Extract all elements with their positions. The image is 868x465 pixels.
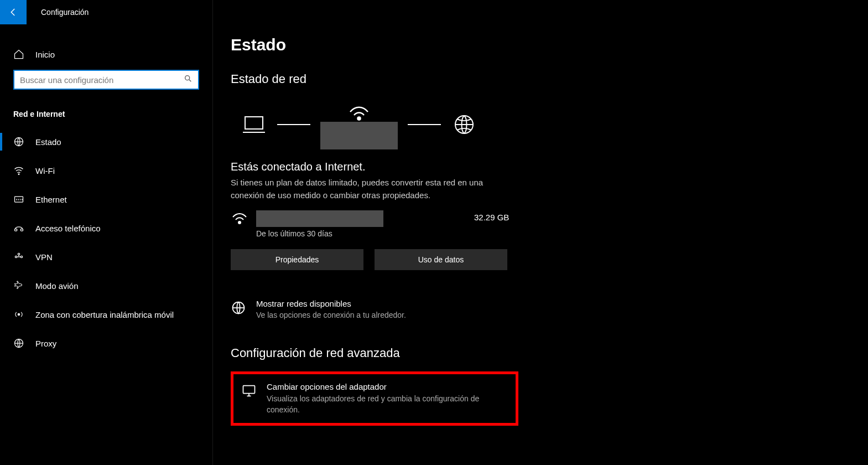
laptop-icon	[241, 113, 267, 136]
usage-amount: 32.29 GB	[474, 213, 509, 222]
airplane-icon	[13, 280, 24, 291]
svg-point-12	[358, 117, 361, 120]
vpn-icon	[13, 251, 24, 262]
show-networks-desc: Ve las opciones de conexión a tu alreded…	[256, 311, 406, 319]
svg-rect-5	[20, 229, 23, 231]
sidebar-item-hotspot[interactable]: Zona con cobertura inalámbrica móvil	[0, 300, 212, 329]
sidebar: Configuración Inicio Red e Internet Esta…	[0, 0, 213, 465]
connected-description: Si tienes un plan de datos limitado, pue…	[231, 177, 513, 202]
highlight-callout: Cambiar opciones del adaptador Visualiza…	[231, 371, 518, 426]
svg-rect-4	[15, 229, 17, 231]
svg-point-8	[18, 253, 19, 255]
network-name-redacted	[256, 210, 383, 227]
svg-point-2	[18, 174, 19, 175]
diagram-line	[408, 124, 441, 125]
sidebar-item-vpn[interactable]: VPN	[0, 242, 212, 271]
svg-point-6	[15, 256, 17, 257]
adapter-options-link[interactable]: Cambiar opciones del adaptador Visualiza…	[241, 382, 508, 415]
nav-label: Proxy	[35, 339, 56, 348]
svg-point-9	[18, 313, 19, 315]
network-name-redacted	[320, 122, 398, 149]
search-box[interactable]	[13, 70, 199, 90]
section-network-status: Estado de red	[231, 72, 868, 86]
sidebar-item-dialup[interactable]: Acceso telefónico	[0, 214, 212, 242]
network-diagram	[241, 100, 868, 149]
home-label: Inicio	[35, 50, 55, 59]
wifi-icon	[13, 165, 24, 176]
nav-list: Estado Wi-Fi Ethernet Acceso telefónico …	[0, 127, 212, 358]
globe-grid-icon	[13, 136, 24, 147]
ethernet-icon	[13, 194, 24, 205]
data-usage-button[interactable]: Uso de datos	[375, 249, 507, 270]
home-icon	[13, 49, 24, 60]
connected-title: Estás conectado a Internet.	[231, 161, 868, 173]
nav-label: Wi-Fi	[35, 166, 55, 175]
svg-point-14	[238, 221, 241, 224]
diagram-line	[277, 124, 310, 125]
globe-grid-icon	[13, 338, 24, 349]
sidebar-item-estado[interactable]: Estado	[0, 127, 212, 156]
properties-button[interactable]: Propiedades	[231, 249, 363, 270]
nav-label: Estado	[35, 137, 61, 147]
svg-point-0	[185, 76, 190, 80]
sidebar-home[interactable]: Inicio	[0, 39, 212, 70]
sidebar-item-proxy[interactable]: Proxy	[0, 329, 212, 358]
section-advanced: Configuración de red avanzada	[231, 346, 868, 360]
back-button[interactable]	[0, 0, 27, 24]
nav-label: Acceso telefónico	[35, 224, 101, 233]
sidebar-item-wifi[interactable]: Wi-Fi	[0, 156, 212, 185]
adapter-desc: Visualiza los adaptadores de red y cambi…	[267, 394, 499, 415]
svg-point-7	[20, 256, 22, 257]
button-row: Propiedades Uso de datos	[231, 249, 868, 270]
adapter-title: Cambiar opciones del adaptador	[267, 382, 499, 391]
show-networks-title: Mostrar redes disponibles	[256, 299, 406, 308]
usage-row: De los últimos 30 días 32.29 GB	[231, 210, 868, 238]
search-input[interactable]	[20, 75, 184, 85]
arrow-left-icon	[8, 7, 18, 17]
nav-label: Ethernet	[35, 195, 67, 204]
sidebar-item-airplane[interactable]: Modo avión	[0, 271, 212, 300]
svg-rect-16	[243, 386, 255, 394]
nav-label: VPN	[35, 252, 53, 262]
nav-label: Modo avión	[35, 281, 79, 291]
hotspot-icon	[13, 309, 24, 320]
search-icon	[184, 74, 193, 85]
globe-grid-icon	[231, 300, 246, 316]
monitor-icon	[241, 383, 257, 399]
search-wrap	[0, 70, 212, 90]
nav-label: Zona con cobertura inalámbrica móvil	[35, 310, 174, 319]
app-title: Configuración	[27, 8, 89, 17]
usage-period: De los últimos 30 días	[256, 229, 383, 238]
wifi-icon	[346, 100, 372, 122]
titlebar: Configuración	[0, 0, 212, 24]
category-label: Red e Internet	[0, 90, 212, 127]
globe-icon	[451, 113, 477, 136]
sidebar-item-ethernet[interactable]: Ethernet	[0, 185, 212, 214]
show-networks-link[interactable]: Mostrar redes disponibles Ve las opcione…	[231, 299, 868, 319]
dialup-icon	[13, 223, 24, 234]
main-content: Estado Estado de red Estás conectado a I…	[213, 0, 868, 465]
svg-rect-11	[245, 117, 263, 129]
page-title: Estado	[231, 35, 868, 54]
wifi-icon	[231, 210, 248, 228]
